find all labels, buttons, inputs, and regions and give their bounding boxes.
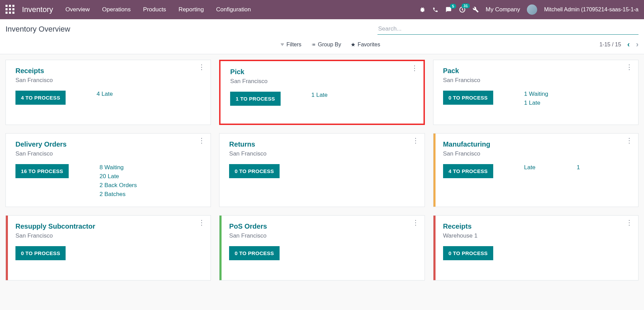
pager-next[interactable]: ›: [636, 40, 639, 49]
filter-icon: [280, 43, 284, 47]
process-button[interactable]: 0 TO PROCESS: [229, 164, 279, 178]
phone-icon[interactable]: [432, 7, 438, 13]
process-button[interactable]: 1 TO PROCESS: [230, 92, 280, 106]
stat-link[interactable]: 1 Waiting: [524, 91, 548, 97]
messages-icon[interactable]: 5: [445, 7, 452, 13]
user-menu[interactable]: Mitchell Admin (17095214-saas-15-1-a: [544, 7, 639, 13]
card-menu-icon[interactable]: ⋮: [412, 220, 419, 225]
nav-reporting[interactable]: Reporting: [179, 6, 204, 13]
card-menu-icon[interactable]: ⋮: [198, 220, 205, 225]
avatar[interactable]: [527, 4, 537, 15]
search-input[interactable]: [377, 23, 639, 35]
activities-badge: 31: [462, 3, 470, 8]
topbar-right: 5 31 My Company Mitchell Admin (17095214…: [419, 4, 639, 15]
messages-badge: 5: [450, 4, 456, 9]
pager-prev[interactable]: ‹: [627, 40, 630, 49]
activities-icon[interactable]: 31: [459, 6, 466, 13]
kanban-card: ⋮PackSan Francisco0 TO PROCESS1 Waiting1…: [433, 60, 639, 125]
process-button[interactable]: 4 TO PROCESS: [443, 164, 493, 178]
process-button[interactable]: 0 TO PROCESS: [443, 246, 493, 260]
status-stripe: [433, 134, 436, 207]
groupby-button[interactable]: Group By: [311, 42, 341, 48]
topbar: Inventory Overview Operations Products R…: [0, 0, 644, 19]
card-subtitle: San Francisco: [443, 150, 631, 157]
pager-count[interactable]: 1-15 / 15: [599, 42, 621, 48]
process-button[interactable]: 0 TO PROCESS: [15, 246, 66, 260]
pager: 1-15 / 15 ‹ ›: [599, 40, 639, 49]
card-title[interactable]: Resupply Subcontractor: [15, 222, 203, 230]
kanban-card: ⋮ReceiptsSan Francisco4 TO PROCESS4 Late: [5, 60, 211, 125]
stat-count: 1: [577, 164, 580, 171]
card-menu-icon[interactable]: ⋮: [626, 65, 633, 69]
card-menu-icon[interactable]: ⋮: [412, 138, 419, 142]
stat-link[interactable]: 1 Late: [524, 100, 548, 106]
stat-link[interactable]: Late: [524, 164, 535, 171]
nav-operations[interactable]: Operations: [102, 6, 131, 13]
card-subtitle: San Francisco: [229, 150, 417, 157]
stat-link[interactable]: 4 Late: [97, 91, 113, 97]
card-title[interactable]: Receipts: [443, 222, 631, 230]
kanban-card: ⋮ReceiptsWarehouse 10 TO PROCESS: [433, 215, 639, 280]
nav-configuration[interactable]: Configuration: [216, 6, 251, 13]
apps-icon[interactable]: [5, 5, 15, 14]
company-selector[interactable]: My Company: [486, 6, 520, 13]
filters-button[interactable]: Filters: [280, 42, 302, 48]
brand[interactable]: Inventory: [22, 5, 53, 14]
favorites-button[interactable]: Favorites: [351, 42, 380, 48]
card-menu-icon[interactable]: ⋮: [626, 220, 633, 225]
bug-icon[interactable]: [419, 7, 426, 13]
card-title[interactable]: Pick: [230, 68, 416, 76]
list-icon: [311, 43, 316, 47]
page-title: Inventory Overview: [5, 25, 70, 34]
kanban-card: ⋮PoS OrdersSan Francisco0 TO PROCESS: [219, 215, 425, 280]
card-subtitle: San Francisco: [230, 78, 416, 85]
kanban-card: ⋮ReturnsSan Francisco0 TO PROCESS: [219, 133, 425, 207]
stat-link[interactable]: 20 Late: [100, 173, 137, 180]
stat-link[interactable]: 1 Late: [312, 92, 328, 99]
status-stripe: [6, 216, 8, 280]
card-title[interactable]: Receipts: [15, 67, 203, 75]
stat-link[interactable]: 8 Waiting: [100, 164, 137, 171]
main-nav: Overview Operations Products Reporting C…: [66, 6, 251, 13]
card-subtitle: San Francisco: [15, 77, 203, 84]
card-title[interactable]: Delivery Orders: [15, 140, 203, 148]
stat-link[interactable]: 2 Back Orders: [100, 182, 137, 189]
kanban-card: ⋮ManufacturingSan Francisco4 TO PROCESSL…: [433, 133, 639, 207]
process-button[interactable]: 16 TO PROCESS: [15, 164, 69, 178]
search-options: Filters Group By Favorites: [280, 42, 380, 48]
card-subtitle: San Francisco: [229, 232, 417, 239]
card-title[interactable]: Pack: [443, 67, 631, 75]
kanban-card: ⋮Resupply SubcontractorSan Francisco0 TO…: [5, 215, 211, 280]
card-menu-icon[interactable]: ⋮: [626, 138, 633, 142]
process-button[interactable]: 4 TO PROCESS: [15, 91, 66, 105]
kanban-card: ⋮Delivery OrdersSan Francisco16 TO PROCE…: [5, 133, 211, 207]
card-title[interactable]: PoS Orders: [229, 222, 417, 230]
status-stripe: [433, 216, 436, 280]
status-stripe: [219, 216, 222, 280]
process-button[interactable]: 0 TO PROCESS: [443, 91, 493, 105]
card-menu-icon[interactable]: ⋮: [198, 65, 205, 69]
card-menu-icon[interactable]: ⋮: [411, 66, 418, 70]
stat-link[interactable]: 2 Batches: [100, 191, 137, 198]
control-panel: Inventory Overview Filters Group By Favo…: [0, 19, 644, 54]
process-button[interactable]: 0 TO PROCESS: [229, 246, 279, 260]
card-subtitle: San Francisco: [15, 150, 203, 157]
card-subtitle: San Francisco: [443, 77, 631, 84]
card-subtitle: Warehouse 1: [443, 232, 631, 239]
card-menu-icon[interactable]: ⋮: [198, 138, 205, 142]
nav-products[interactable]: Products: [143, 6, 166, 13]
tools-icon[interactable]: [473, 7, 479, 13]
card-title[interactable]: Manufacturing: [443, 140, 631, 148]
kanban-card: ⋮PickSan Francisco1 TO PROCESS1 Late: [219, 60, 425, 125]
card-title[interactable]: Returns: [229, 140, 417, 148]
kanban-board: ⋮ReceiptsSan Francisco4 TO PROCESS4 Late…: [0, 54, 644, 286]
card-subtitle: San Francisco: [15, 232, 203, 239]
nav-overview[interactable]: Overview: [66, 6, 90, 13]
star-icon: [351, 42, 355, 47]
